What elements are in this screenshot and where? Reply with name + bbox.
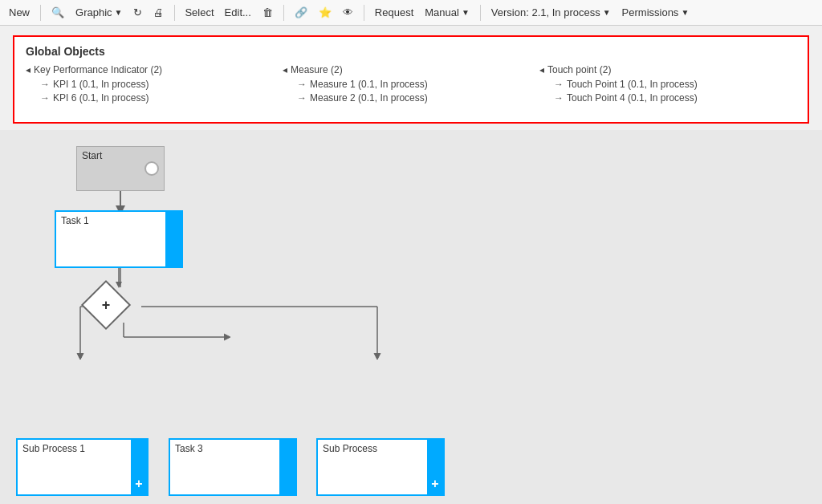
subprocess1-node[interactable]: Sub Process 1 + — [16, 438, 149, 496]
kpi2-label: KPI 6 (0.1, In process) — [53, 92, 149, 104]
tp2-arrow-icon: → — [554, 92, 564, 104]
delete-icon: 🗑 — [262, 6, 273, 18]
manual-label: Manual — [425, 6, 459, 18]
request-label: Request — [375, 6, 413, 18]
separator-4 — [364, 5, 364, 21]
gateway-plus-icon: + — [102, 297, 111, 314]
kpi-category: ◂ Key Performance Indicator (2) — [26, 64, 283, 75]
star-icon: ⭐ — [319, 6, 332, 18]
refresh-button[interactable]: ↻ — [129, 5, 146, 20]
kpi1-arrow-icon: → — [40, 79, 50, 90]
new-button[interactable]: New — [5, 5, 34, 20]
measure-category: ◂ Measure (2) — [283, 64, 539, 75]
request-button[interactable]: Request — [371, 5, 417, 20]
task1-bar — [165, 212, 181, 266]
measure2-arrow-icon: → — [297, 92, 307, 104]
link-icon: 🔗 — [295, 6, 307, 18]
task3-label: Task 3 — [175, 443, 203, 454]
start-node[interactable]: Start — [76, 146, 165, 191]
edit-button[interactable]: Edit... — [221, 5, 255, 20]
subprocess1-label: Sub Process 1 — [22, 443, 85, 454]
kpi-category-label: Key Performance Indicator (2) — [34, 64, 162, 75]
manual-dropdown-arrow: ▼ — [462, 8, 470, 17]
kpi-arrow-icon: ◂ — [26, 64, 31, 75]
edit-label: Edit... — [225, 6, 251, 18]
refresh-icon: ↻ — [133, 6, 142, 18]
subprocess2-plus-icon: + — [431, 477, 438, 491]
touchpoint-arrow-icon: ◂ — [539, 64, 544, 75]
subprocess2-node[interactable]: Sub Process + — [316, 438, 445, 496]
task1-label: Task 1 — [61, 215, 89, 226]
task3-bar — [279, 440, 295, 494]
permissions-dropdown-arrow: ▼ — [681, 8, 689, 17]
kpi-column: ◂ Key Performance Indicator (2) → KPI 1 … — [26, 64, 283, 106]
start-circle-icon — [144, 161, 159, 176]
select-label: Select — [181, 6, 217, 18]
kpi-item-2: → KPI 6 (0.1, In process) — [26, 92, 283, 104]
version-label: Version: 2.1, In process — [491, 6, 600, 18]
subprocess1-bar: + — [131, 440, 147, 494]
print-icon: 🖨 — [153, 6, 164, 18]
kpi1-label: KPI 1 (0.1, In process) — [53, 79, 149, 90]
delete-button[interactable]: 🗑 — [258, 5, 277, 20]
graphic-label: Graphic — [75, 6, 112, 18]
tp1-arrow-icon: → — [554, 79, 564, 90]
measure1-label: Measure 1 (0.1, In process) — [310, 79, 428, 90]
touchpoint-item-2: → Touch Point 4 (0.1, In process) — [539, 92, 796, 104]
permissions-button[interactable]: Permissions ▼ — [618, 5, 694, 20]
subprocess1-plus-icon: + — [135, 477, 142, 491]
measure1-arrow-icon: → — [297, 79, 307, 90]
tp1-label: Touch Point 1 (0.1, In process) — [567, 79, 698, 90]
global-objects-title: Global Objects — [26, 45, 796, 58]
separator-2 — [174, 5, 175, 21]
eye-button[interactable]: 👁 — [339, 5, 357, 20]
measure2-label: Measure 2 (0.1, In process) — [310, 92, 428, 104]
measure-column: ◂ Measure (2) → Measure 1 (0.1, In proce… — [283, 64, 539, 106]
touchpoint-category-label: Touch point (2) — [547, 64, 611, 75]
measure-item-1: → Measure 1 (0.1, In process) — [283, 79, 539, 90]
start-label: Start — [82, 150, 102, 161]
manual-button[interactable]: Manual ▼ — [421, 5, 474, 20]
touchpoint-item-1: → Touch Point 1 (0.1, In process) — [539, 79, 796, 90]
subprocess2-label: Sub Process — [323, 443, 377, 454]
kpi-item-1: → KPI 1 (0.1, In process) — [26, 79, 283, 90]
subprocess2-bar: + — [427, 440, 443, 494]
touchpoint-column: ◂ Touch point (2) → Touch Point 1 (0.1, … — [539, 64, 796, 106]
graphic-dropdown-arrow: ▼ — [115, 8, 123, 17]
version-button[interactable]: Version: 2.1, In process ▼ — [487, 5, 615, 20]
tp2-label: Touch Point 4 (0.1, In process) — [567, 92, 698, 104]
search-button[interactable]: 🔍 — [47, 5, 68, 20]
print-button[interactable]: 🖨 — [149, 5, 168, 20]
measure-item-2: → Measure 2 (0.1, In process) — [283, 92, 539, 104]
measure-category-label: Measure (2) — [291, 64, 343, 75]
eye-icon: 👁 — [343, 6, 353, 18]
separator-1 — [40, 5, 41, 21]
kpi2-arrow-icon: → — [40, 92, 50, 104]
task3-node[interactable]: Task 3 — [169, 438, 297, 496]
diagram-area[interactable]: Start Task 1 + Sub Process 1 + Task 3 Su — [0, 130, 822, 504]
version-dropdown-arrow: ▼ — [603, 8, 611, 17]
graphic-button[interactable]: Graphic ▼ — [71, 5, 126, 20]
global-objects-panel: Global Objects ◂ Key Performance Indicat… — [13, 35, 809, 124]
new-label: New — [9, 6, 30, 18]
search-icon: 🔍 — [51, 6, 64, 18]
task1-node[interactable]: Task 1 — [55, 210, 183, 268]
main-content: Global Objects ◂ Key Performance Indicat… — [0, 26, 822, 504]
star-button[interactable]: ⭐ — [315, 5, 336, 20]
separator-3 — [283, 5, 284, 21]
permissions-label: Permissions — [622, 6, 679, 18]
touchpoint-category: ◂ Touch point (2) — [539, 64, 796, 75]
measure-arrow-icon: ◂ — [283, 64, 287, 75]
toolbar: New 🔍 Graphic ▼ ↻ 🖨 Select Edit... 🗑 🔗 ⭐… — [0, 0, 822, 26]
gateway-node[interactable]: + — [88, 287, 124, 323]
link-button[interactable]: 🔗 — [291, 5, 311, 20]
separator-5 — [480, 5, 481, 21]
global-objects-columns: ◂ Key Performance Indicator (2) → KPI 1 … — [26, 64, 796, 106]
